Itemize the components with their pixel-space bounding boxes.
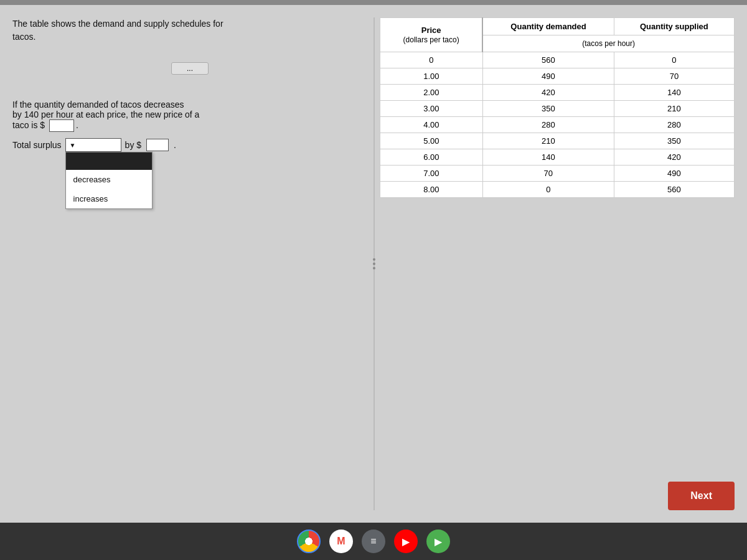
table-row: 2.00 420 140 — [380, 85, 735, 101]
table-row: 3.00 350 210 — [380, 101, 735, 117]
qty-supplied-cell: 420 — [614, 149, 734, 166]
dropdown-arrow-icon: ▼ — [70, 142, 76, 149]
by-dollar-label: by $ — [125, 140, 141, 150]
qty-supplied-header: Quantity supplied — [614, 18, 734, 35]
price-cell: 6.00 — [380, 149, 483, 166]
qty-demanded-cell: 0 — [482, 182, 614, 198]
question-text: The table shows the demand and supply sc… — [12, 17, 367, 44]
screen: The table shows the demand and supply sc… — [0, 0, 747, 560]
price-cell: 2.00 — [380, 85, 483, 101]
qty-demanded-header: Quantity demanded — [482, 18, 614, 35]
question-line1: The table shows the demand and supply sc… — [12, 19, 223, 29]
next-button[interactable]: Next — [668, 482, 735, 510]
divider-dot-2 — [373, 263, 375, 265]
files-icon[interactable]: ≡ — [362, 530, 385, 553]
price-cell: 7.00 — [380, 166, 483, 182]
price-cell: 8.00 — [380, 182, 483, 198]
main-content: The table shows the demand and supply sc… — [0, 5, 747, 523]
dropdown-item-decreases[interactable]: decreases — [66, 170, 152, 189]
right-panel: Price (dollars per taco) Quantity demand… — [380, 17, 735, 510]
dropdown-menu-header — [66, 152, 152, 170]
qty-demanded-cell: 140 — [482, 149, 614, 166]
table-row: 7.00 70 490 — [380, 166, 735, 182]
qty-demanded-cell: 350 — [482, 101, 614, 117]
youtube-icon[interactable]: ▶ — [394, 530, 418, 553]
price-cell: 3.00 — [380, 101, 483, 117]
taco-price-input[interactable] — [49, 119, 74, 132]
divider-dot-3 — [373, 267, 375, 269]
surplus-amount-input[interactable] — [146, 139, 169, 151]
qty-demanded-cell: 70 — [482, 166, 614, 182]
table-row: 0 560 0 — [380, 52, 735, 68]
qty-supplied-cell: 210 — [614, 101, 734, 117]
dropdown-menu: decreases increases — [65, 152, 153, 209]
subheader: (tacos per hour) — [482, 35, 734, 52]
scenario-block: If the quantity demanded of tacos decrea… — [12, 100, 367, 157]
scenario-line1: If the quantity demanded of tacos decrea… — [12, 100, 184, 110]
table-row: 4.00 280 280 — [380, 117, 735, 133]
table-row: 8.00 0 560 — [380, 182, 735, 198]
divider-dot-1 — [373, 258, 375, 261]
qty-demanded-cell: 490 — [482, 68, 614, 85]
scenario-line3: taco is $ — [12, 120, 45, 130]
table-row: 1.00 490 70 — [380, 68, 735, 85]
price-cell: 5.00 — [380, 133, 483, 149]
total-surplus-label: Total surplus — [12, 140, 62, 150]
data-table: Price (dollars per taco) Quantity demand… — [380, 17, 735, 198]
qty-supplied-cell: 350 — [614, 133, 734, 149]
price-cell: 1.00 — [380, 68, 483, 85]
price-cell: 4.00 — [380, 117, 483, 133]
question-line2: tacos. — [12, 32, 35, 42]
divider — [374, 17, 375, 510]
divider-dots — [373, 258, 375, 269]
dots-button[interactable]: ... — [171, 62, 209, 75]
table-row: 5.00 210 350 — [380, 133, 735, 149]
surplus-direction-dropdown[interactable]: ▼ — [65, 138, 121, 152]
qty-supplied-cell: 140 — [614, 85, 734, 101]
top-bar — [0, 0, 747, 5]
dropdown-item-increases[interactable]: increases — [66, 189, 152, 208]
scenario-line2: by 140 per hour at each price, the new p… — [12, 110, 199, 119]
surplus-row: Total surplus ▼ decreases increases by $ — [12, 138, 367, 152]
qty-demanded-cell: 560 — [482, 52, 614, 68]
chrome-icon[interactable] — [297, 530, 321, 553]
price-cell: 0 — [380, 52, 483, 68]
left-panel: The table shows the demand and supply sc… — [12, 17, 367, 510]
qty-supplied-cell: 560 — [614, 182, 734, 198]
scenario-text: If the quantity demanded of tacos decrea… — [12, 100, 367, 132]
qty-demanded-cell: 420 — [482, 85, 614, 101]
qty-supplied-cell: 0 — [614, 52, 734, 68]
qty-supplied-cell: 70 — [614, 68, 734, 85]
qty-supplied-cell: 280 — [614, 117, 734, 133]
dropdown-container: ▼ decreases increases — [65, 138, 121, 152]
qty-demanded-cell: 280 — [482, 117, 614, 133]
qty-demanded-cell: 210 — [482, 133, 614, 149]
gmail-icon[interactable]: M — [329, 530, 353, 553]
price-header: Price (dollars per taco) — [380, 18, 483, 52]
taskbar: M ≡ ▶ ▶ — [0, 523, 747, 560]
table-row: 6.00 140 420 — [380, 149, 735, 166]
qty-supplied-cell: 490 — [614, 166, 734, 182]
play-icon[interactable]: ▶ — [426, 530, 450, 553]
